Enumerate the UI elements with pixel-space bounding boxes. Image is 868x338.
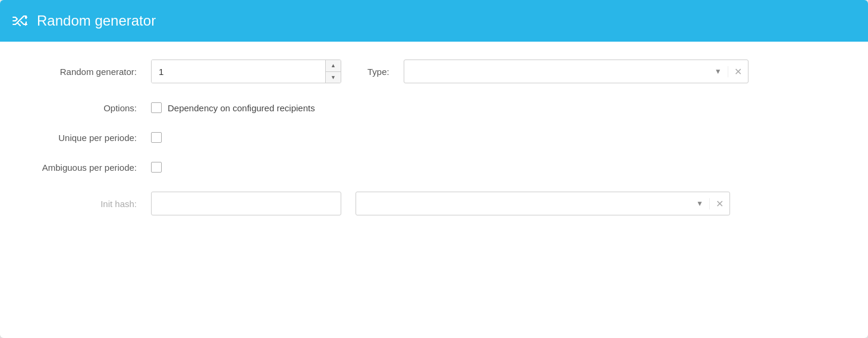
init-hash-input[interactable]	[151, 192, 341, 215]
random-generator-label: Random generator:	[18, 67, 137, 77]
init-hash-dropdown-clear-icon[interactable]: ✕	[709, 198, 729, 209]
ambiguous-per-periode-checkbox[interactable]	[151, 162, 162, 173]
unique-per-periode-checkbox[interactable]	[151, 132, 162, 143]
row-unique-per-periode: Unique per periode:	[18, 132, 850, 143]
type-label: Type:	[367, 67, 389, 77]
dependency-checkbox[interactable]	[151, 102, 162, 113]
shuffle-icon	[12, 14, 29, 28]
app-window: Random generator Random generator: 1 ▲ ▼…	[0, 0, 868, 338]
row-random-generator: Random generator: 1 ▲ ▼ Type: ▼ ✕	[18, 60, 850, 83]
init-hash-dropdown-arrow-icon[interactable]: ▼	[690, 199, 709, 208]
dependency-checkbox-container[interactable]: Dependency on configured recipients	[151, 102, 315, 113]
init-hash-dropdown[interactable]: ▼ ✕	[356, 192, 730, 215]
spinner-buttons: ▲ ▼	[325, 60, 341, 83]
dependency-checkbox-label: Dependency on configured recipients	[168, 103, 315, 113]
row-ambiguous-per-periode: Ambiguous per periode:	[18, 162, 850, 173]
random-generator-spinner[interactable]: 1 ▲ ▼	[151, 60, 341, 83]
row-options: Options: Dependency on configured recipi…	[18, 102, 850, 113]
type-dropdown-clear-icon[interactable]: ✕	[728, 66, 748, 77]
options-label: Options:	[18, 103, 137, 113]
page-title: Random generator	[37, 12, 156, 29]
unique-per-periode-label: Unique per periode:	[18, 133, 137, 143]
type-dropdown-arrow-icon[interactable]: ▼	[709, 67, 728, 76]
form-content: Random generator: 1 ▲ ▼ Type: ▼ ✕ Option…	[0, 42, 868, 338]
row-init-hash: Init hash: ▼ ✕	[18, 192, 850, 215]
init-hash-label: Init hash:	[18, 199, 137, 209]
random-generator-input[interactable]: 1	[152, 60, 325, 83]
spinner-up-button[interactable]: ▲	[326, 60, 341, 72]
spinner-down-button[interactable]: ▼	[326, 72, 341, 83]
type-dropdown[interactable]: ▼ ✕	[404, 60, 749, 83]
ambiguous-per-periode-label: Ambiguous per periode:	[18, 162, 137, 173]
header: Random generator	[0, 0, 868, 42]
